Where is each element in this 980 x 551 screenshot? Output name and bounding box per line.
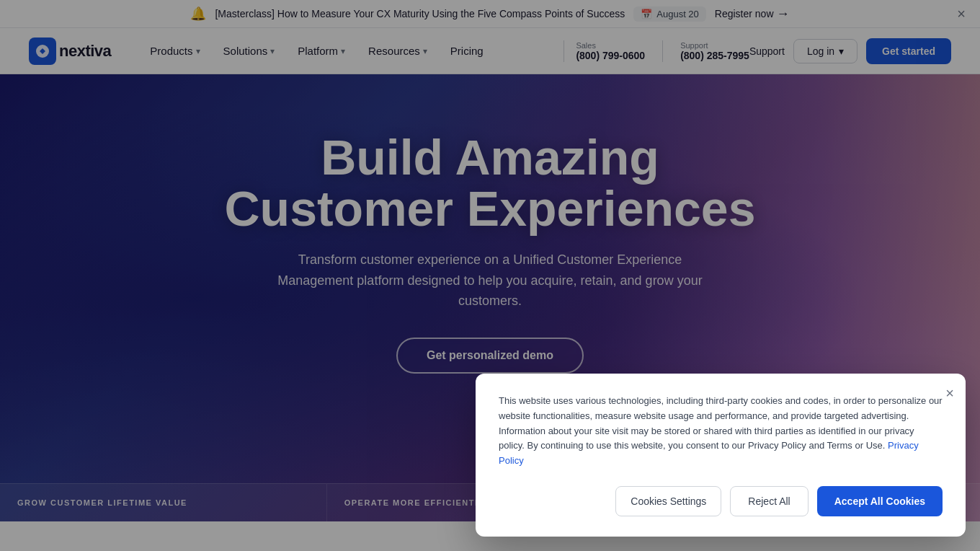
reject-all-button[interactable]: Reject All: [730, 486, 808, 516]
cookies-settings-button[interactable]: Cookies Settings: [615, 486, 721, 516]
cookie-button-group: Cookies Settings Reject All Accept All C…: [499, 486, 943, 516]
cookie-overlay: × This website uses various technologies…: [0, 0, 980, 521]
accept-all-cookies-button[interactable]: Accept All Cookies: [817, 486, 943, 516]
cookie-body-text: This website uses various technologies, …: [499, 394, 943, 469]
cookie-close-button[interactable]: ×: [945, 385, 954, 402]
cookie-banner: × This website uses various technologies…: [476, 374, 966, 521]
